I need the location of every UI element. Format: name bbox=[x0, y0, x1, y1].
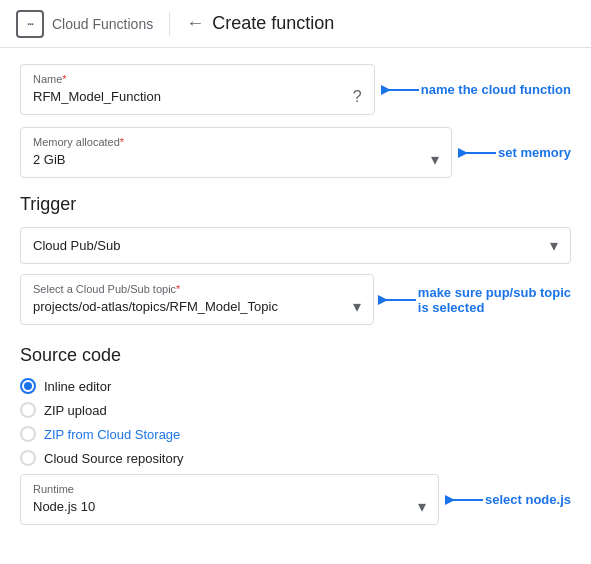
pubsub-arrow-icon bbox=[378, 291, 418, 309]
trigger-value: Cloud Pub/Sub bbox=[33, 236, 120, 255]
brand-name: Cloud Functions bbox=[52, 16, 153, 32]
trigger-dropdown-icon: ▾ bbox=[550, 236, 558, 255]
pubsub-annotation-block: make sure pup/sub topic is selected bbox=[378, 285, 571, 315]
pubsub-value: projects/od-atlas/topics/RFM_Model_Topic bbox=[33, 297, 278, 316]
page-title: Create function bbox=[212, 13, 334, 34]
radio-zip-upload[interactable]: ZIP upload bbox=[20, 402, 571, 418]
runtime-dropdown-icon: ▾ bbox=[418, 497, 426, 516]
runtime-field[interactable]: Runtime Node.js 10 ▾ bbox=[20, 474, 439, 525]
radio-inline-editor-circle bbox=[20, 378, 36, 394]
runtime-annotation-text: select node.js bbox=[485, 492, 571, 507]
radio-zip-upload-circle bbox=[20, 402, 36, 418]
pubsub-annotation-line2: is selected bbox=[418, 300, 571, 315]
radio-zip-cloud-storage-label: ZIP from Cloud Storage bbox=[44, 427, 180, 442]
radio-zip-cloud-storage[interactable]: ZIP from Cloud Storage bbox=[20, 426, 571, 442]
memory-row: Memory allocated* 2 GiB ▾ set memory bbox=[20, 127, 571, 178]
radio-cloud-source[interactable]: Cloud Source repository bbox=[20, 450, 571, 466]
memory-value: 2 GiB bbox=[33, 150, 66, 169]
name-label: Name* bbox=[33, 73, 362, 85]
runtime-arrow-icon bbox=[445, 491, 485, 509]
pubsub-label: Select a Cloud Pub/Sub topic* bbox=[33, 283, 361, 295]
back-button[interactable]: ← bbox=[186, 13, 204, 34]
pubsub-row: Select a Cloud Pub/Sub topic* projects/o… bbox=[20, 274, 571, 325]
source-code-radio-group: Inline editor ZIP upload ZIP from Cloud … bbox=[20, 378, 571, 466]
memory-annotation-text: set memory bbox=[498, 145, 571, 160]
name-annotation-text: name the cloud function bbox=[421, 82, 571, 97]
radio-cloud-source-circle bbox=[20, 450, 36, 466]
trigger-title: Trigger bbox=[20, 194, 571, 215]
brand: ··· Cloud Functions bbox=[16, 10, 153, 38]
memory-field[interactable]: Memory allocated* 2 GiB ▾ bbox=[20, 127, 452, 178]
trigger-field[interactable]: Cloud Pub/Sub ▾ bbox=[20, 227, 571, 264]
name-arrow-icon bbox=[381, 81, 421, 99]
header-divider bbox=[169, 12, 170, 36]
pubsub-field[interactable]: Select a Cloud Pub/Sub topic* projects/o… bbox=[20, 274, 374, 325]
name-field[interactable]: Name* RFM_Model_Function ? bbox=[20, 64, 375, 115]
memory-annotation-block: set memory bbox=[458, 144, 571, 162]
memory-label: Memory allocated* bbox=[33, 136, 439, 148]
radio-zip-upload-label: ZIP upload bbox=[44, 403, 107, 418]
main-content: Name* RFM_Model_Function ? name the clou… bbox=[0, 48, 591, 541]
runtime-annotation-block: select node.js bbox=[445, 491, 571, 509]
back-arrow-icon: ← bbox=[186, 13, 204, 34]
memory-dropdown-icon: ▾ bbox=[431, 150, 439, 169]
name-row: Name* RFM_Model_Function ? name the clou… bbox=[20, 64, 571, 115]
pubsub-annotation-line1: make sure pup/sub topic bbox=[418, 285, 571, 300]
name-annotation-block: name the cloud function bbox=[381, 81, 571, 99]
radio-zip-cloud-storage-circle bbox=[20, 426, 36, 442]
radio-inline-editor-label: Inline editor bbox=[44, 379, 111, 394]
brand-icon: ··· bbox=[16, 10, 44, 38]
memory-arrow-icon bbox=[458, 144, 498, 162]
name-value: RFM_Model_Function bbox=[33, 87, 161, 106]
radio-cloud-source-label: Cloud Source repository bbox=[44, 451, 183, 466]
radio-inline-editor[interactable]: Inline editor bbox=[20, 378, 571, 394]
runtime-value: Node.js 10 bbox=[33, 497, 95, 516]
source-code-title: Source code bbox=[20, 345, 571, 366]
app-header: ··· Cloud Functions ← Create function bbox=[0, 0, 591, 48]
runtime-label: Runtime bbox=[33, 483, 426, 495]
runtime-row: Runtime Node.js 10 ▾ select node.js bbox=[20, 474, 571, 525]
pubsub-dropdown-icon: ▾ bbox=[353, 297, 361, 316]
help-icon[interactable]: ? bbox=[353, 88, 362, 106]
